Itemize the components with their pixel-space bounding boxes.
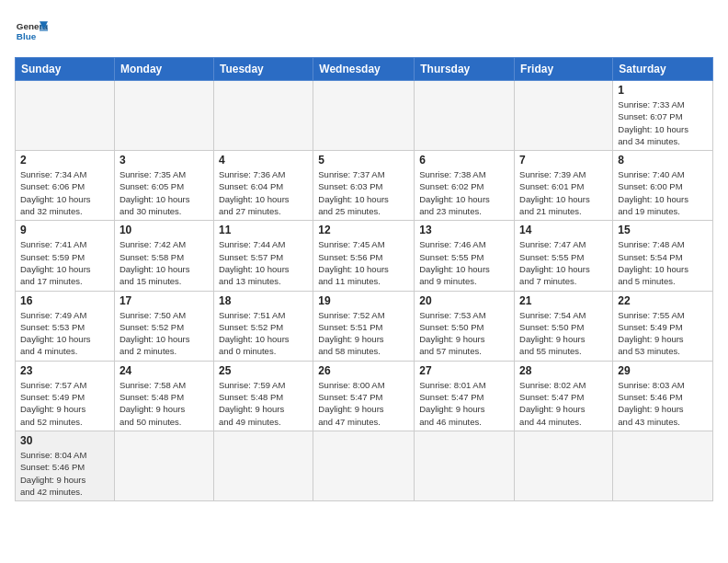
calendar-cell	[114, 81, 213, 151]
calendar-cell: 8Sunrise: 7:40 AM Sunset: 6:00 PM Daylig…	[613, 151, 713, 221]
day-number: 20	[419, 294, 509, 307]
calendar-cell: 2Sunrise: 7:34 AM Sunset: 6:06 PM Daylig…	[16, 151, 115, 221]
day-info: Sunrise: 7:46 AM Sunset: 5:55 PM Dayligh…	[419, 238, 509, 287]
day-info: Sunrise: 7:50 AM Sunset: 5:52 PM Dayligh…	[119, 309, 209, 358]
day-info: Sunrise: 8:00 AM Sunset: 5:47 PM Dayligh…	[318, 379, 409, 428]
weekday-header: Sunday	[16, 58, 115, 81]
weekday-header: Thursday	[415, 58, 515, 81]
calendar-cell: 7Sunrise: 7:39 AM Sunset: 6:01 PM Daylig…	[515, 151, 613, 221]
day-number: 13	[419, 224, 509, 236]
calendar-cell: 30Sunrise: 8:04 AM Sunset: 5:46 PM Dayli…	[16, 431, 115, 500]
day-number: 9	[20, 224, 109, 236]
logo-icon: General Blue	[15, 15, 48, 48]
calendar-cell: 14Sunrise: 7:47 AM Sunset: 5:55 PM Dayli…	[515, 221, 613, 291]
day-info: Sunrise: 7:45 AM Sunset: 5:56 PM Dayligh…	[318, 238, 409, 287]
logo: General Blue	[15, 15, 48, 48]
day-info: Sunrise: 8:01 AM Sunset: 5:47 PM Dayligh…	[419, 379, 509, 428]
day-info: Sunrise: 7:39 AM Sunset: 6:01 PM Dayligh…	[519, 168, 608, 217]
day-number: 16	[20, 294, 109, 307]
weekday-header: Friday	[515, 58, 613, 81]
day-info: Sunrise: 7:40 AM Sunset: 6:00 PM Dayligh…	[618, 168, 708, 217]
day-number: 30	[20, 434, 109, 447]
day-number: 27	[419, 364, 509, 377]
day-info: Sunrise: 7:38 AM Sunset: 6:02 PM Dayligh…	[419, 168, 509, 217]
calendar-cell: 12Sunrise: 7:45 AM Sunset: 5:56 PM Dayli…	[313, 221, 415, 291]
calendar-cell: 13Sunrise: 7:46 AM Sunset: 5:55 PM Dayli…	[415, 221, 515, 291]
day-number: 7	[519, 154, 608, 167]
day-number: 18	[219, 294, 308, 307]
calendar-cell: 23Sunrise: 7:57 AM Sunset: 5:49 PM Dayli…	[16, 361, 115, 431]
day-number: 10	[119, 224, 209, 236]
calendar-cell	[213, 81, 313, 151]
calendar-cell	[515, 431, 613, 500]
day-number: 14	[519, 224, 608, 236]
day-number: 22	[618, 294, 708, 307]
day-info: Sunrise: 8:02 AM Sunset: 5:47 PM Dayligh…	[519, 379, 608, 428]
day-number: 25	[219, 364, 308, 377]
calendar-cell: 5Sunrise: 7:37 AM Sunset: 6:03 PM Daylig…	[313, 151, 415, 221]
calendar-table: SundayMondayTuesdayWednesdayThursdayFrid…	[15, 57, 713, 501]
day-number: 23	[20, 364, 109, 377]
calendar-cell	[16, 81, 115, 151]
day-info: Sunrise: 7:36 AM Sunset: 6:04 PM Dayligh…	[219, 168, 308, 217]
day-info: Sunrise: 7:44 AM Sunset: 5:57 PM Dayligh…	[219, 238, 308, 287]
calendar-cell: 24Sunrise: 7:58 AM Sunset: 5:48 PM Dayli…	[114, 361, 213, 431]
day-info: Sunrise: 7:52 AM Sunset: 5:51 PM Dayligh…	[318, 309, 409, 358]
day-number: 2	[20, 154, 109, 167]
calendar-cell: 21Sunrise: 7:54 AM Sunset: 5:50 PM Dayli…	[515, 291, 613, 361]
calendar-cell: 1Sunrise: 7:33 AM Sunset: 6:07 PM Daylig…	[613, 81, 713, 151]
day-number: 21	[519, 294, 608, 307]
calendar-cell: 17Sunrise: 7:50 AM Sunset: 5:52 PM Dayli…	[114, 291, 213, 361]
day-info: Sunrise: 7:47 AM Sunset: 5:55 PM Dayligh…	[519, 238, 608, 287]
calendar-cell: 27Sunrise: 8:01 AM Sunset: 5:47 PM Dayli…	[415, 361, 515, 431]
day-number: 4	[219, 154, 308, 167]
calendar-cell	[313, 81, 415, 151]
calendar-cell: 25Sunrise: 7:59 AM Sunset: 5:48 PM Dayli…	[213, 361, 313, 431]
day-number: 29	[618, 364, 708, 377]
day-info: Sunrise: 8:04 AM Sunset: 5:46 PM Dayligh…	[20, 449, 109, 498]
day-info: Sunrise: 7:33 AM Sunset: 6:07 PM Dayligh…	[618, 98, 708, 147]
calendar-cell: 22Sunrise: 7:55 AM Sunset: 5:49 PM Dayli…	[613, 291, 713, 361]
day-info: Sunrise: 7:48 AM Sunset: 5:54 PM Dayligh…	[618, 238, 708, 287]
calendar-cell	[613, 431, 713, 500]
day-info: Sunrise: 7:51 AM Sunset: 5:52 PM Dayligh…	[219, 309, 308, 358]
day-info: Sunrise: 8:03 AM Sunset: 5:46 PM Dayligh…	[618, 379, 708, 428]
weekday-header: Monday	[114, 58, 213, 81]
day-info: Sunrise: 7:37 AM Sunset: 6:03 PM Dayligh…	[318, 168, 409, 217]
calendar-cell: 18Sunrise: 7:51 AM Sunset: 5:52 PM Dayli…	[213, 291, 313, 361]
day-info: Sunrise: 7:41 AM Sunset: 5:59 PM Dayligh…	[20, 238, 109, 287]
day-number: 15	[618, 224, 708, 236]
calendar-cell: 19Sunrise: 7:52 AM Sunset: 5:51 PM Dayli…	[313, 291, 415, 361]
day-info: Sunrise: 7:35 AM Sunset: 6:05 PM Dayligh…	[119, 168, 209, 217]
calendar-cell: 20Sunrise: 7:53 AM Sunset: 5:50 PM Dayli…	[415, 291, 515, 361]
calendar-cell: 29Sunrise: 8:03 AM Sunset: 5:46 PM Dayli…	[613, 361, 713, 431]
day-number: 5	[318, 154, 409, 167]
day-number: 12	[318, 224, 409, 236]
calendar-cell: 6Sunrise: 7:38 AM Sunset: 6:02 PM Daylig…	[415, 151, 515, 221]
day-info: Sunrise: 7:55 AM Sunset: 5:49 PM Dayligh…	[618, 309, 708, 358]
day-number: 11	[219, 224, 308, 236]
day-number: 3	[119, 154, 209, 167]
calendar-cell	[313, 431, 415, 500]
calendar-cell	[415, 431, 515, 500]
calendar-cell: 26Sunrise: 8:00 AM Sunset: 5:47 PM Dayli…	[313, 361, 415, 431]
page-header: General Blue	[15, 15, 713, 48]
day-number: 19	[318, 294, 409, 307]
calendar-cell: 4Sunrise: 7:36 AM Sunset: 6:04 PM Daylig…	[213, 151, 313, 221]
calendar-cell	[114, 431, 213, 500]
calendar-cell	[415, 81, 515, 151]
day-info: Sunrise: 7:54 AM Sunset: 5:50 PM Dayligh…	[519, 309, 608, 358]
calendar-cell: 28Sunrise: 8:02 AM Sunset: 5:47 PM Dayli…	[515, 361, 613, 431]
calendar-cell: 11Sunrise: 7:44 AM Sunset: 5:57 PM Dayli…	[213, 221, 313, 291]
day-info: Sunrise: 7:58 AM Sunset: 5:48 PM Dayligh…	[119, 379, 209, 428]
weekday-header: Wednesday	[313, 58, 415, 81]
weekday-header: Saturday	[613, 58, 713, 81]
day-info: Sunrise: 7:59 AM Sunset: 5:48 PM Dayligh…	[219, 379, 308, 428]
day-info: Sunrise: 7:42 AM Sunset: 5:58 PM Dayligh…	[119, 238, 209, 287]
day-number: 28	[519, 364, 608, 377]
day-number: 8	[618, 154, 708, 167]
svg-text:Blue: Blue	[17, 31, 37, 41]
calendar-cell: 16Sunrise: 7:49 AM Sunset: 5:53 PM Dayli…	[16, 291, 115, 361]
svg-marker-3	[40, 25, 48, 31]
day-info: Sunrise: 7:34 AM Sunset: 6:06 PM Dayligh…	[20, 168, 109, 217]
